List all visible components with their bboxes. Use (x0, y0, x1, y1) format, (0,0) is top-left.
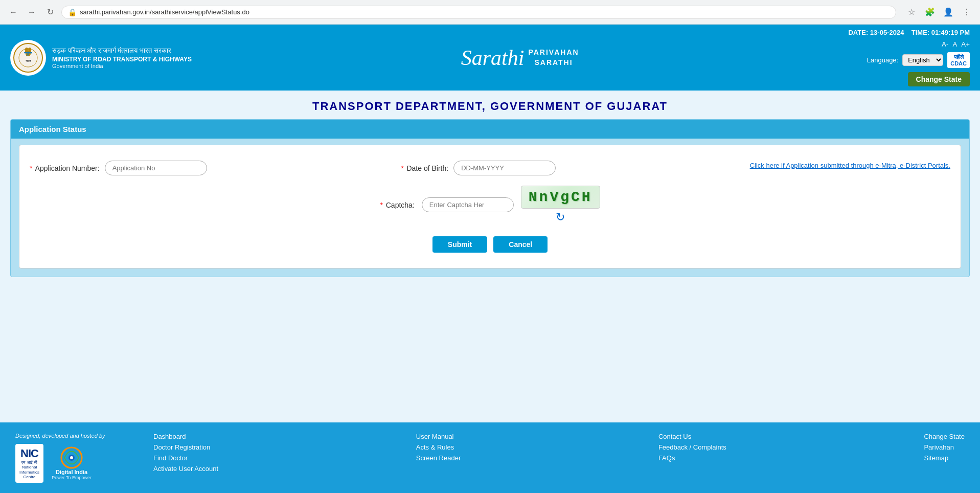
site-header: भारत सड़क परिवहन और राजमार्ग मंत्रालय भा… (0, 25, 980, 91)
footer-link-acts-rules[interactable]: Acts & Rules (416, 443, 461, 451)
page-title: TRANSPORT DEPARTMENT, GOVERNMENT OF GUJA… (0, 100, 980, 113)
digital-india-tagline: Power To Empower (52, 475, 92, 480)
form-row-captcha: * Captcha: NnVgCH ↻ (30, 186, 950, 224)
svg-point-6 (28, 48, 31, 52)
form-container: * Application Number: * Date of Birth: C… (19, 145, 961, 268)
captcha-label: * Captcha: (380, 201, 414, 209)
panel-title: Application Status (11, 120, 969, 139)
svg-point-14 (70, 456, 73, 459)
time-label: TIME: (911, 29, 929, 36)
footer-col-1: Dashboard Doctor Registration Find Docto… (153, 433, 218, 473)
parivahan-text: PARIVAHAN (528, 48, 579, 58)
application-number-input[interactable] (105, 161, 207, 175)
header-branding: भारत सड़क परिवहन और राजमार्ग मंत्रालय भा… (10, 40, 192, 76)
sarathi-en-text: SARATHI (528, 58, 579, 68)
submit-button[interactable]: Submit (432, 236, 487, 253)
page-title-bar: TRANSPORT DEPARTMENT, GOVERNMENT OF GUJA… (0, 91, 980, 119)
date-value: 13-05-2024 (870, 29, 904, 36)
nic-logo: NIC एन आई सीNationalInformaticsCentre (15, 444, 43, 483)
cdac-button[interactable]: पहीलेCDAC (947, 52, 970, 68)
form-row-buttons: Submit Cancel (30, 236, 950, 253)
svg-point-0 (14, 43, 42, 72)
svg-point-5 (25, 48, 28, 52)
profile-button[interactable]: 👤 (941, 5, 955, 19)
emitra-link[interactable]: Click here if Application submitted thro… (750, 162, 950, 169)
language-label: Language: (867, 56, 898, 64)
app-number-group: * Application Number: (30, 161, 207, 175)
footer-link-activate[interactable]: Activate User Account (153, 465, 218, 473)
font-decrease-button[interactable]: A- (942, 40, 948, 48)
site-footer: Designed, developed and hosted by NIC एन… (0, 422, 980, 493)
language-selector-row: Language: English Hindi Gujarati पहीलेCD… (867, 52, 970, 68)
font-size-controls: A- A A+ (942, 40, 970, 48)
captcha-image: NnVgCH (521, 186, 600, 209)
change-state-button[interactable]: Change State (908, 72, 970, 86)
ministry-sub: Government of India (52, 63, 192, 69)
footer-link-change-state[interactable]: Change State (924, 433, 965, 440)
datetime-display: DATE: 13-05-2024 TIME: 01:49:19 PM (848, 29, 970, 36)
extension-button[interactable]: 🧩 (923, 5, 937, 19)
ministry-en: MINISTRY OF ROAD TRANSPORT & HIGHWAYS (52, 56, 192, 63)
footer-link-feedback[interactable]: Feedback / Complaints (658, 443, 726, 451)
footer-branding: Designed, developed and hosted by NIC एन… (15, 433, 138, 483)
forward-button[interactable]: → (25, 5, 39, 19)
browser-chrome: ← → ↻ 🔒 sarathi.parivahan.gov.in/sarathi… (0, 0, 980, 25)
footer-link-dashboard[interactable]: Dashboard (153, 433, 218, 440)
nic-letters: NIC (20, 447, 38, 460)
cancel-button[interactable]: Cancel (493, 236, 548, 253)
footer-link-parivahan[interactable]: Parivahan (924, 443, 965, 451)
back-button[interactable]: ← (6, 5, 20, 19)
footer-col-4: Change State Parivahan Sitemap (924, 433, 965, 473)
form-row-main: * Application Number: * Date of Birth: C… (30, 161, 950, 175)
main-content: Application Status * Application Number:… (0, 119, 980, 422)
captcha-image-wrap: NnVgCH ↻ (521, 186, 600, 224)
reload-button[interactable]: ↻ (43, 5, 57, 19)
captcha-refresh-button[interactable]: ↻ (556, 211, 565, 224)
captcha-input[interactable] (422, 197, 514, 212)
font-normal-button[interactable]: A (952, 40, 957, 48)
digital-india-logo: Digital India Power To Empower (52, 446, 92, 480)
required-star: * (30, 164, 32, 172)
footer-link-contact[interactable]: Contact Us (658, 433, 726, 440)
svg-text:भारत: भारत (26, 59, 31, 62)
footer-logos: NIC एन आई सीNationalInformaticsCentre Di… (15, 444, 138, 483)
footer-link-sitemap[interactable]: Sitemap (924, 454, 965, 462)
required-star-captcha: * (380, 201, 382, 209)
font-increase-button[interactable]: A+ (961, 40, 970, 48)
url-bar[interactable]: 🔒 sarathi.parivahan.gov.in/sarathiservic… (61, 6, 896, 19)
footer-link-user-manual[interactable]: User Manual (416, 433, 461, 440)
ministry-text: सड़क परिवहन और राजमार्ग मंत्रालय भारत सर… (52, 47, 192, 69)
india-emblem: भारत (10, 40, 46, 76)
nic-full-text: एन आई सीNationalInformaticsCentre (19, 460, 39, 480)
emitra-link-container: Click here if Application submitted thro… (750, 161, 950, 170)
language-select[interactable]: English Hindi Gujarati (902, 54, 943, 66)
footer-col-2: User Manual Acts & Rules Screen Reader (416, 433, 461, 473)
header-logo: Sarathi PARIVAHAN SARATHI (461, 46, 579, 70)
dob-label: * Date of Birth: (401, 164, 448, 172)
time-value: 01:49:19 PM (931, 29, 970, 36)
dob-group: * Date of Birth: (401, 161, 556, 175)
header-controls: DATE: 13-05-2024 TIME: 01:49:19 PM A- A … (848, 29, 970, 86)
dob-input[interactable] (453, 161, 556, 175)
sarathi-script: Sarathi (461, 46, 525, 70)
digital-india-text: Digital India (56, 469, 87, 475)
menu-button[interactable]: ⋮ (960, 5, 974, 19)
url-text: sarathi.parivahan.gov.in/sarathiservice/… (80, 8, 890, 16)
footer-link-screen-reader[interactable]: Screen Reader (416, 454, 461, 462)
footer-link-faqs[interactable]: FAQs (658, 454, 726, 462)
footer-col-3: Contact Us Feedback / Complaints FAQs (658, 433, 726, 473)
footer-designed-text: Designed, developed and hosted by (15, 433, 138, 439)
bookmark-button[interactable]: ☆ (904, 5, 919, 19)
footer-links: Dashboard Doctor Registration Find Docto… (153, 433, 965, 473)
application-status-panel: Application Status * Application Number:… (10, 119, 970, 277)
app-number-label: * Application Number: (30, 164, 100, 172)
ministry-hindi: सड़क परिवहन और राजमार्ग मंत्रालय भारत सर… (52, 47, 192, 55)
footer-link-doctor-reg[interactable]: Doctor Registration (153, 443, 218, 451)
date-label: DATE: (848, 29, 868, 36)
required-star-dob: * (401, 164, 403, 172)
footer-link-find-doctor[interactable]: Find Doctor (153, 454, 218, 462)
